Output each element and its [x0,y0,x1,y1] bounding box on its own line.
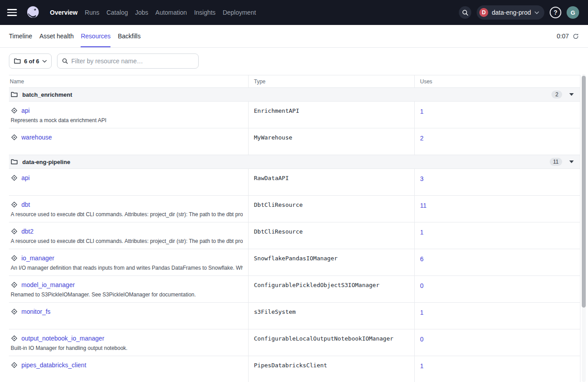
resource-name-link[interactable]: warehouse [21,134,52,141]
resource-uses-cell: 1 [414,102,580,128]
resource-uses-link[interactable]: 3 [420,175,424,182]
nav-right-cluster: D data-eng-prod ? G [459,5,579,20]
table-header: Name Type Uses [9,75,580,88]
resource-uses-link[interactable]: 1 [420,309,424,316]
resource-row: api RawDataAPI 3 [9,169,580,196]
resource-uses-cell: 0 [414,276,580,302]
search-icon [62,58,68,64]
resource-type: ConfigurablePickledObjectS3IOManager [248,276,414,302]
resource-uses-link[interactable]: 0 [420,336,424,343]
column-header-name: Name [9,78,248,85]
resource-uses-link[interactable]: 1 [420,362,424,370]
tabs: Timeline Asset health Resources Backfill… [9,25,141,47]
resource-uses-link[interactable]: 6 [420,255,424,263]
resource-uses-cell: 0 [414,329,580,356]
nav-item-overview[interactable]: Overview [50,6,78,19]
resource-scope-filter-button[interactable]: 6 of 6 [9,53,52,69]
resource-uses-cell: 1 [414,222,580,249]
tab-backfills[interactable]: Backfills [118,25,140,47]
resource-uses-link[interactable]: 11 [420,202,427,209]
nav-item-deployment[interactable]: Deployment [223,6,256,19]
deployment-initial-badge: D [479,8,488,17]
nav-item-jobs[interactable]: Jobs [135,6,148,19]
resource-name-link[interactable]: output_notebook_io_manager [21,335,104,342]
resource-description: A resource used to execute dbt CLI comma… [11,238,243,244]
resource-type: DbtCliResource [248,196,414,222]
resource-uses-cell: 11 [414,196,580,222]
nav-item-runs[interactable]: Runs [85,6,99,19]
collapse-caret-icon[interactable] [569,160,574,163]
resource-uses-cell: 2 [414,128,580,155]
resource-type: ConfigurableLocalOutputNotebookIOManager [248,329,414,356]
resource-row: dbt2 A resource used to execute dbt CLI … [9,222,580,249]
resource-name-link[interactable]: api [21,174,30,181]
resource-uses-cell: 1 [414,356,580,382]
tab-resources[interactable]: Resources [81,25,110,47]
resource-name-link[interactable]: monitor_fs [21,308,50,315]
search-icon [462,9,469,16]
resource-uses-cell: 1 [414,303,580,329]
resource-icon [11,361,18,369]
refresh-cluster: 0:07 [557,25,579,47]
resource-icon [11,134,18,141]
resource-name-cell: api [9,169,248,195]
resource-group-row[interactable]: batch_enrichment 2 [9,88,580,102]
column-header-uses: Uses [414,75,580,87]
resource-name-cell: io_manager An I/O manager definition tha… [9,249,248,275]
folder-icon [14,58,21,64]
resource-uses-cell: 3 [414,169,580,195]
search-button[interactable] [459,6,471,19]
resource-name-cell: pipes_databricks_client [9,356,248,382]
hamburger-menu-button[interactable] [7,6,20,19]
resource-uses-link[interactable]: 2 [420,135,424,142]
scrollbar-thumb[interactable] [582,76,586,308]
tab-bar: Timeline Asset health Resources Backfill… [0,25,588,48]
resource-row: api Represents a mock data enrichment AP… [9,102,580,128]
chevron-down-icon [535,11,539,14]
resource-description: Represents a mock data enrichment API [11,117,243,123]
deployment-name: data-eng-prod [492,9,531,16]
nav-item-automation[interactable]: Automation [155,6,187,19]
group-count-badge: 11 [550,158,562,166]
app-root: Overview Runs Catalog Jobs Automation In… [0,0,588,382]
tab-timeline[interactable]: Timeline [9,25,32,47]
help-button[interactable]: ? [550,7,561,18]
group-count-badge: 2 [551,90,562,99]
resource-name-cell: dbt A resource used to execute dbt CLI c… [9,196,248,222]
resource-type: MyWarehouse [248,128,414,155]
resource-name-link[interactable]: dbt2 [21,228,33,235]
resource-name-link[interactable]: model_io_manager [21,281,75,288]
resource-name-link[interactable]: pipes_databricks_client [21,361,86,369]
resource-row: monitor_fs s3FileSystem 1 [9,303,580,329]
resource-name-link[interactable]: io_manager [21,255,54,262]
dagster-octopus-icon [25,5,41,20]
top-nav: Overview Runs Catalog Jobs Automation In… [0,0,588,25]
scrollbar [582,74,586,382]
dagster-logo[interactable] [25,4,41,21]
resource-icon [11,308,18,315]
user-avatar[interactable]: G [567,6,579,19]
resource-description: An I/O manager definition that reads inp… [11,265,243,271]
resource-group-row[interactable]: data-eng-pipeline 11 [9,155,580,169]
resource-description: Renamed to S3PickleIOManager. See S3Pick… [11,292,243,298]
resource-uses-link[interactable]: 0 [420,282,424,289]
resource-uses-link[interactable]: 1 [420,108,424,115]
resource-icon [11,107,18,114]
nav-item-catalog[interactable]: Catalog [106,6,128,19]
nav-item-insights[interactable]: Insights [194,6,216,19]
resource-name-link[interactable]: api [21,107,30,114]
resource-filter-input[interactable] [71,58,194,65]
resource-uses-link[interactable]: 1 [420,229,424,236]
resource-name-link[interactable]: dbt [21,201,30,208]
deployment-switcher[interactable]: D data-eng-prod [477,5,544,20]
collapse-caret-icon[interactable] [569,93,574,96]
filter-bar: 6 of 6 [0,48,588,69]
scope-filter-label: 6 of 6 [24,58,39,65]
tab-asset-health[interactable]: Asset health [39,25,74,47]
resource-name-cell: monitor_fs [9,303,248,329]
resource-uses-cell: 6 [414,249,580,275]
refresh-button[interactable] [572,33,579,40]
resource-icon [11,228,18,235]
resource-type: s3FileSystem [248,303,414,329]
resource-icon [11,281,18,288]
